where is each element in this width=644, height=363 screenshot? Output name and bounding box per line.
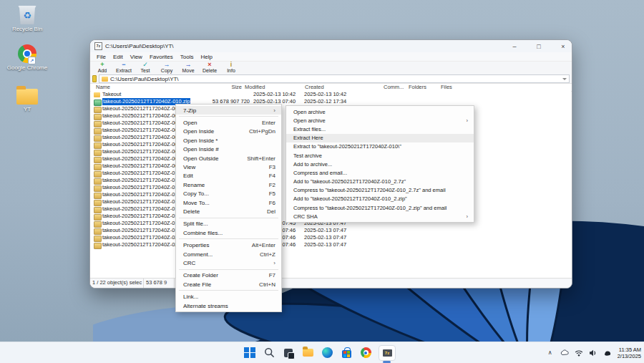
desktop-icon-recycle-bin[interactable]: ♻ Recycle Bin [4,6,50,32]
menu-item-label: Delete [183,208,200,215]
file-explorer-button[interactable] [301,347,314,359]
file-row[interactable]: Takeout2025-02-13 10:422025-02-13 10:42 [91,91,571,98]
context-menu-item-comment[interactable]: Comment...Ctrl+Z [176,250,281,258]
menubar-item-view[interactable]: View [127,54,146,60]
menubar-item-file[interactable]: File [93,54,109,60]
context-menu-separator [179,238,278,239]
submenu-item-open-archive[interactable]: Open archive› [286,116,474,125]
context-menu-item-move-to[interactable]: Move To...F6 [176,198,281,207]
column-header-modified[interactable]: Modified [245,84,265,91]
submenu-item-compress-to-takeout-20250212t172040z-010-2-zip-and-email[interactable]: Compress to "takeout-20250212T172040Z-01… [286,203,474,212]
context-menu-item-properties[interactable]: PropertiesAlt+Enter [176,241,281,249]
context-menu-item-7-zip[interactable]: 7-Zip› [176,106,281,115]
submenu-item-add-to-archive[interactable]: Add to archive... [286,160,474,168]
hidden-icons-chevron[interactable]: ∧ [546,349,555,357]
close-button[interactable]: × [559,43,567,50]
search-button[interactable] [263,347,275,359]
column-header-files[interactable]: Files [441,84,452,91]
context-menu-item-open[interactable]: OpenEnter [176,118,281,127]
title-bar[interactable]: 7z C:\Users\Paul\Desktop\YT\ – □ × [90,40,572,52]
favorites-icon[interactable] [92,75,97,82]
context-menu-item-create-folder[interactable]: Create FolderF7 [176,271,281,280]
toolbar-button-copy[interactable]: →Copy [157,62,177,74]
file-row[interactable]: takeout-20250212T172040Z-020.zip2025-02-… [91,234,571,241]
toolbar-button-delete[interactable]: ×Delete [200,62,220,74]
column-header-size[interactable]: Size [183,84,242,91]
chrome-icon [361,347,371,358]
column-header-created[interactable]: Created [305,84,324,91]
toolbar-button-move[interactable]: →Move [178,62,198,74]
file-row[interactable]: takeout-20250212T172040Z-021.zip2025-02-… [91,241,571,248]
start-button[interactable] [243,347,256,359]
context-menu-item-split-file[interactable]: Split file... [176,220,281,228]
menu-item-label: Add to "takeout-20250212T172040Z-010_2.z… [293,195,407,202]
column-header-folders[interactable]: Folders [409,84,426,91]
context-menu-item-open-inside[interactable]: Open Inside # [176,145,281,154]
toolbar-button-extract[interactable]: −Extract [114,62,134,74]
task-view-button[interactable] [282,347,295,359]
desktop-icon-google-chrome[interactable]: ↗ Google Chrome [4,44,50,71]
menubar-item-edit[interactable]: Edit [109,54,127,60]
context-menu-item-open-outside[interactable]: Open OutsideShift+Enter [176,154,281,163]
toolbar-button-info[interactable]: iInfo [221,62,241,74]
submenu-item-add-to-takeout-20250212t172040z-010-2-7z[interactable]: Add to "takeout-20250212T172040Z-010_2.7… [286,178,474,186]
menu-item-label: Comment... [183,251,213,258]
clock[interactable]: 11:35 AM 2/13/2025 [618,347,641,359]
context-menu-item-link[interactable]: Link... [176,292,281,301]
toolbar-button-label: Extract [116,68,132,74]
submenu-item-extract-here[interactable]: Extract Here [286,134,474,142]
context-menu-item-alternate-streams[interactable]: Alternate streams [176,301,281,310]
context-menu-separator [179,290,278,291]
edge-button[interactable] [321,347,333,359]
submenu-item-extract-to-takeout-20250212t172040z-010[interactable]: Extract to "takeout-20250212T172040Z-010… [286,142,474,151]
context-menu-item-create-file[interactable]: Create FileCtrl+N [176,280,281,289]
menu-item-label: Combine files... [183,230,223,236]
address-field[interactable]: C:\Users\Paul\Desktop\YT\ [99,74,570,83]
context-menu-item-edit[interactable]: EditF4 [176,172,281,180]
menubar-item-tools[interactable]: Tools [177,54,197,60]
toolbar-button-test[interactable]: ✓Test [135,62,155,74]
volume-icon[interactable] [589,349,597,357]
recycle-glyph-icon: ♻ [18,10,36,21]
submenu-item-compress-to-takeout-20250212t172040z-010-2-7z-and-email[interactable]: Compress to "takeout-20250212T172040Z-01… [286,186,474,195]
context-menu-item-combine-files[interactable]: Combine files... [176,228,281,237]
context-menu-item-open-inside[interactable]: Open InsideCtrl+PgDn [176,127,281,136]
onedrive-cloud-icon[interactable] [560,349,569,357]
context-menu-item-open-inside[interactable]: Open Inside * [176,136,281,145]
menu-item-label: Extract to "takeout-20250212T172040Z-010… [293,143,401,150]
toolbar-button-add[interactable]: +Add [92,62,112,74]
context-menu-item-copy-to[interactable]: Copy To...F5 [176,190,281,198]
context-menu-item-crc[interactable]: CRC› [176,258,281,267]
desktop-icon-yt-folder[interactable]: YT [4,84,50,112]
7zip-taskbar-button[interactable]: 7z [379,345,396,361]
menu-item-shortcut: F6 [269,200,275,206]
minimize-button[interactable]: – [510,43,519,50]
context-menu-separator [179,218,278,218]
wifi-icon[interactable] [575,349,583,357]
file-row[interactable]: takeout-20250212T172040Z-010.zip53 678 9… [91,98,571,105]
context-menu-item-rename[interactable]: RenameF2 [176,180,281,189]
submenu-item-open-archive[interactable]: Open archive [286,107,474,116]
context-menu-item-view[interactable]: ViewF3 [176,163,281,171]
7zip-icon: 7z [383,349,392,357]
submenu-item-crc-sha[interactable]: CRC SHA› [286,212,474,221]
submenu-item-test-archive[interactable]: Test archive [286,151,474,160]
store-button[interactable] [340,347,353,359]
submenu-item-extract-files[interactable]: Extract files... [286,125,474,133]
chevron-down-icon[interactable] [562,78,567,80]
submenu-item-compress-and-email[interactable]: Compress and email... [286,168,474,177]
desktop-icon-label: YT [4,106,50,112]
file-row[interactable]: takeout-20250212T172040Z-019.zip2025-02-… [91,227,571,234]
menubar-item-favorites[interactable]: Favorites [146,54,177,60]
context-menu-item-delete[interactable]: DeleteDel [176,207,281,216]
mouse-icon[interactable] [603,349,612,357]
menu-item-label: Open Inside * [183,137,218,144]
maximize-button[interactable]: □ [535,43,543,50]
menu-item-label: CRC SHA [293,213,318,220]
column-header-name[interactable]: Name [96,84,110,91]
chrome-button[interactable] [359,347,372,359]
menubar-item-help[interactable]: Help [197,54,215,60]
column-header-comment[interactable]: Comm... [384,84,404,91]
submenu-item-add-to-takeout-20250212t172040z-010-2-zip[interactable]: Add to "takeout-20250212T172040Z-010_2.z… [286,195,474,203]
menu-item-shortcut: Del [267,208,275,215]
